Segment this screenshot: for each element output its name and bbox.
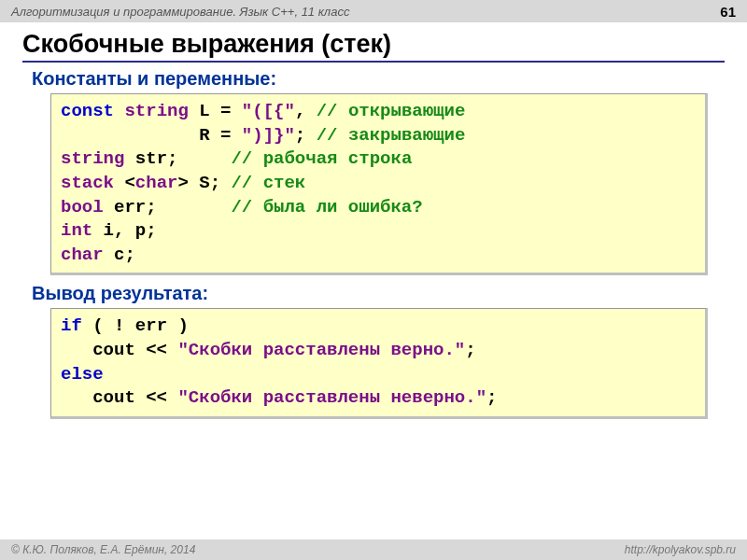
code-text: c; [104, 245, 135, 265]
comment: // рабочая строка [231, 148, 412, 169]
code-block-output: if ( ! err ) cout << "Скобки расставлены… [50, 308, 708, 419]
string-literal: ")]}" [242, 125, 295, 146]
code-text: < [114, 173, 135, 193]
header-bar: Алгоритмизация и программирование. Язык … [0, 0, 747, 22]
type-bool: bool [61, 197, 104, 217]
code-block-constants: const string L = "([{", // открывающие R… [50, 93, 708, 275]
code-text: err; [104, 197, 232, 217]
page-number: 61 [720, 4, 736, 20]
kw-else: else [61, 364, 104, 385]
type-char: char [61, 245, 104, 265]
type-string: string [61, 148, 124, 169]
string-literal: "([{" [242, 101, 295, 121]
code-text: ; [295, 125, 317, 146]
code-text: > S; [177, 173, 231, 193]
code-text: cout << [61, 387, 177, 408]
kw-const: const [61, 101, 114, 121]
kw-if: if [61, 315, 82, 336]
section-output: Вывод результата: [32, 283, 725, 304]
code-text: R = [61, 125, 242, 146]
code-text: ; [465, 340, 475, 360]
code-text: ; [486, 387, 497, 408]
page-title: Скобочные выражения (стек) [22, 30, 725, 63]
type-stack: stack [61, 173, 114, 193]
code-text: str; [124, 148, 231, 169]
footer-authors: © К.Ю. Поляков, Е.А. Ерёмин, 2014 [11, 543, 195, 556]
string-literal: "Скобки расставлены неверно." [177, 387, 486, 408]
code-text: , [295, 101, 317, 121]
footer-bar: © К.Ю. Поляков, Е.А. Ерёмин, 2014 http:/… [0, 539, 747, 560]
comment: // открывающие [317, 101, 466, 121]
code-text: cout << [61, 340, 177, 360]
slide-content: Скобочные выражения (стек) Константы и п… [0, 22, 747, 419]
footer-url: http://kpolyakov.spb.ru [625, 543, 736, 556]
section-constants: Константы и переменные: [32, 68, 725, 90]
comment: // стек [231, 173, 305, 193]
string-literal: "Скобки расставлены верно." [177, 340, 465, 360]
code-text: ( ! err ) [82, 315, 189, 336]
comment: // была ли ошибка? [231, 197, 422, 217]
type-string: string [124, 101, 188, 121]
type-int: int [61, 220, 92, 241]
course-label: Алгоритмизация и программирование. Язык … [11, 5, 349, 19]
code-text: i, p; [92, 220, 156, 241]
type-char: char [135, 173, 178, 193]
code-text: L = [189, 101, 242, 121]
comment: // закрывающие [317, 125, 466, 146]
